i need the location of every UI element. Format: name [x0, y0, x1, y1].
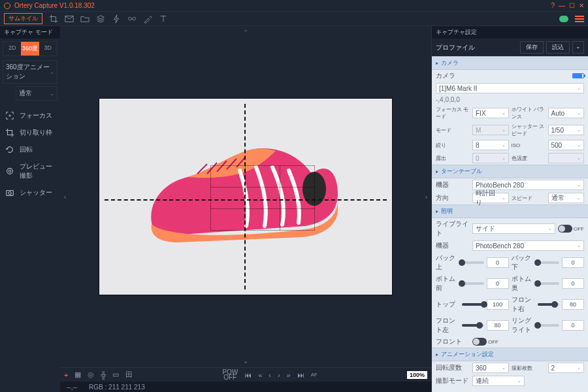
camera-select[interactable]: [1]M6 Mark II⌄: [436, 83, 584, 93]
turntable-speed-select[interactable]: 通常⌄: [548, 193, 585, 203]
aperture-select[interactable]: 8⌄: [472, 140, 509, 150]
tab-360[interactable]: 360度: [21, 42, 39, 56]
layers-icon[interactable]: [96, 14, 105, 24]
chevron-down-icon: ⌄: [50, 69, 54, 75]
help-button[interactable]: ?: [551, 2, 555, 9]
frames-select[interactable]: 2⌄: [548, 363, 585, 373]
focus-mode-select[interactable]: FIX⌄: [472, 108, 509, 118]
target-icon[interactable]: ◎: [88, 370, 94, 379]
slider-back-top[interactable]: [462, 261, 484, 264]
canvas-area: ⌃ ⌄ ‹ ›: [60, 26, 431, 392]
cursor-rgb: RGB : 211 211 213: [89, 384, 145, 391]
save-button[interactable]: 保存: [520, 41, 544, 54]
exposure-field: 0⌄: [472, 153, 509, 163]
crop-icon[interactable]: [49, 14, 58, 24]
nav-left[interactable]: ‹: [64, 193, 66, 201]
close-button[interactable]: ✕: [579, 2, 584, 9]
af-button[interactable]: AF: [311, 372, 318, 378]
bolt-icon[interactable]: [112, 14, 121, 24]
maximize-button[interactable]: ☐: [569, 2, 575, 9]
tab-3d[interactable]: 3D: [39, 42, 57, 56]
iso-select[interactable]: 500⌄: [548, 140, 585, 150]
power-toggle[interactable]: POWOFF: [222, 370, 238, 380]
last-frame[interactable]: ⏭: [297, 371, 304, 379]
preview-image: [99, 99, 392, 295]
grid-icon[interactable]: ▦: [74, 370, 81, 379]
tool-rotate[interactable]: 回転: [0, 141, 60, 158]
group-animation[interactable]: アニメーション設定: [432, 348, 588, 361]
svg-rect-3: [7, 191, 14, 196]
front-toggle[interactable]: OFF: [472, 338, 498, 346]
svg-point-4: [8, 191, 11, 194]
slider-bottom-back[interactable]: [538, 282, 560, 285]
capture-mode-header: キャプチャ モード: [0, 26, 60, 39]
slider-front-right[interactable]: [538, 303, 560, 306]
menu-button[interactable]: [575, 16, 584, 22]
slider-back-bottom[interactable]: [538, 261, 560, 264]
cursor-xy: --,--: [67, 384, 77, 391]
shutter-select[interactable]: 1/50⌄: [548, 125, 585, 135]
chevron-down-icon: ⌄: [50, 91, 54, 97]
canvas-statusbar: + ▦ ◎ ╬ ▭ 田 POWOFF ⏮ « ‹ › » ⏭ AF 100%: [60, 367, 431, 382]
svg-point-2: [8, 170, 11, 172]
nav-up[interactable]: ⌃: [243, 29, 248, 36]
tool-focus[interactable]: フォーカス: [0, 107, 60, 124]
mode-tabs: 2D 360度 3D: [3, 41, 57, 56]
livelight-select[interactable]: サイド⌄: [472, 223, 555, 234]
light-device-select[interactable]: PhotoBench 280⌄: [472, 240, 584, 251]
folder-icon[interactable]: [80, 14, 90, 24]
capture-settings-header: キャプチャ設定: [432, 26, 588, 39]
thumbnail-button[interactable]: サムネイル: [4, 13, 42, 24]
wb-select[interactable]: Auto⌄: [548, 108, 585, 118]
turntable-dir-select[interactable]: 時計回り⌄: [472, 193, 509, 203]
group-camera[interactable]: カメラ: [432, 56, 588, 70]
next[interactable]: ›: [278, 371, 280, 379]
slider-top[interactable]: [462, 303, 484, 306]
slider-front-left[interactable]: [462, 324, 484, 327]
title-bar: Ortery Capture V1.0.18.302 ? — ☐ ✕: [0, 0, 588, 12]
tool-preview[interactable]: プレビュー撮影: [0, 158, 60, 184]
capture-mode-select[interactable]: 連続⌄: [472, 376, 525, 386]
app-icon: [4, 3, 10, 9]
next-fast[interactable]: »: [287, 371, 291, 379]
tool-shutter[interactable]: シャッター: [0, 184, 60, 201]
mode-field: M⌄: [472, 125, 509, 135]
nav-down[interactable]: ⌄: [243, 357, 248, 365]
nav-right[interactable]: ›: [425, 193, 427, 201]
submode-select[interactable]: 通常⌄: [16, 86, 57, 101]
overlay-icon[interactable]: 田: [125, 370, 133, 380]
grid2-icon[interactable]: ╬: [101, 371, 106, 379]
minimize-button[interactable]: —: [559, 2, 565, 9]
group-turntable[interactable]: ターンテーブル: [432, 165, 588, 178]
livelight-toggle[interactable]: OFF: [558, 225, 584, 233]
tab-2d[interactable]: 2D: [3, 42, 21, 56]
animation-select[interactable]: 360度アニメーション⌄: [3, 60, 57, 84]
group-light[interactable]: 照明: [432, 204, 588, 218]
ruler-icon[interactable]: ▭: [112, 370, 119, 379]
rotation-select[interactable]: 360⌄: [472, 363, 509, 373]
left-panel: キャプチャ モード 2D 360度 3D 360度アニメーション⌄ 通常⌄ フォ…: [0, 26, 60, 392]
camera-meta: -,4,0,0,0: [436, 96, 460, 103]
slider-ringlight[interactable]: [538, 324, 560, 327]
right-panel: キャプチャ設定 プロファイル 保存 読込 ⌄ カメラ カメラ [1]M6 Mar…: [431, 26, 588, 392]
svg-point-1: [7, 169, 13, 174]
slider-bottom-front[interactable]: [462, 282, 484, 285]
eyedropper-icon[interactable]: [143, 14, 152, 24]
mail-icon[interactable]: [65, 14, 74, 24]
prev[interactable]: ‹: [269, 371, 271, 379]
add-icon[interactable]: +: [64, 371, 68, 379]
main-toolbar: サムネイル: [0, 12, 588, 26]
battery-icon: [572, 73, 584, 78]
first-frame[interactable]: ⏮: [244, 371, 252, 379]
zoom-indicator[interactable]: 100%: [407, 371, 427, 379]
profile-label: プロファイル: [436, 43, 475, 52]
profile-menu[interactable]: ⌄: [572, 41, 584, 54]
footer-bar: --,-- RGB : 211 211 213: [60, 382, 431, 392]
cloud-status-icon[interactable]: [559, 16, 568, 22]
canvas-body[interactable]: ⌃ ⌄ ‹ ›: [60, 26, 431, 367]
tool-crop[interactable]: 切り取り枠: [0, 124, 60, 141]
text-icon[interactable]: [159, 14, 168, 24]
load-button[interactable]: 読込: [546, 41, 570, 54]
prev-fast[interactable]: «: [258, 371, 262, 379]
butterfly-icon[interactable]: [127, 14, 137, 24]
